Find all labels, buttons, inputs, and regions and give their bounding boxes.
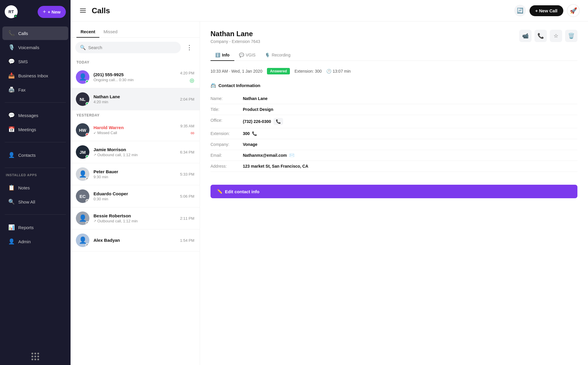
call-avatar: 👤: [76, 167, 89, 181]
rocket-button[interactable]: 🚀: [567, 4, 580, 17]
call-right: 2:11 PM: [180, 216, 194, 221]
contacts-icon: 👤: [8, 152, 15, 158]
email-icon: ✉️: [289, 153, 294, 158]
list-item[interactable]: EC Eduardo Cooper 0:30 min 5:06 PM: [71, 185, 200, 207]
sidebar-item-sms[interactable]: 💬 SMS: [2, 55, 68, 68]
sidebar-item-fax[interactable]: 🖨️ Fax: [2, 83, 68, 96]
installed-apps-label: INSTALLED APPS: [0, 171, 71, 178]
field-email: Email: Nathanmx@email.com ✉️: [211, 150, 577, 161]
contact-sub: Company - Extension 7643: [211, 39, 260, 44]
info-icon: ℹ️: [215, 53, 220, 57]
tab-recording[interactable]: 🎙️ Recording: [260, 50, 295, 61]
call-office-button[interactable]: 📞: [273, 118, 283, 125]
call-info: (201) 555-9925 Ongoing call... 0:30 min: [93, 72, 176, 82]
avatar: RT: [5, 5, 18, 18]
ongoing-indicator: ◎: [190, 77, 194, 84]
call-right: 2:04 PM: [180, 97, 194, 101]
call-name: (201) 555-9925: [93, 72, 176, 77]
phone-small-icon: 📞: [252, 131, 257, 136]
sidebar-nav-2: 💬 Messages 📅 Meetings: [0, 106, 71, 139]
call-info: Nathan Lane 4:20 min: [93, 94, 176, 104]
field-name: Name: Nathan Lane: [211, 93, 577, 104]
call-name: Eduardo Cooper: [93, 191, 176, 196]
main-content: Calls 🔄 + New Call 🚀 Recent Missed 🔍: [71, 0, 588, 365]
call-sub: ↙ Missed Call: [93, 131, 176, 135]
video-button[interactable]: 📹: [519, 30, 532, 42]
call-avatar: 👤: [76, 234, 89, 247]
inbox-icon: 📥: [8, 72, 15, 79]
field-office: Office: (732) 226-0300 📞: [211, 115, 577, 128]
menu-button[interactable]: [79, 7, 87, 14]
calls-panel: Recent Missed 🔍 ⋮ TODAY 👤: [71, 21, 200, 365]
sync-button[interactable]: 🔄: [514, 5, 526, 16]
status-badge: Answered: [267, 68, 290, 74]
app-grid-icon[interactable]: [31, 353, 39, 360]
contact-info-section: 📇 Contact Information Name: Nathan Lane …: [211, 83, 577, 172]
field-address: Address: 123 market St, San Francisco, C…: [211, 161, 577, 172]
day-label-yesterday: YESTERDAY: [71, 110, 200, 119]
list-item[interactable]: NL Nathan Lane 4:20 min 2:04 PM: [71, 88, 200, 110]
star-button[interactable]: ☆: [550, 30, 562, 42]
messages-icon: 💬: [8, 112, 15, 119]
edit-contact-button[interactable]: ✏️ Edit contact info: [211, 185, 577, 198]
sidebar-item-reports[interactable]: 📊 Reports: [2, 221, 68, 234]
status-dot: [86, 102, 89, 106]
sidebar-item-business-inbox[interactable]: 📥 Business Inbox: [2, 69, 68, 82]
call-name: Peter Bauer: [93, 169, 176, 174]
sidebar-item-calls[interactable]: 📞 Calls: [2, 26, 68, 40]
list-item[interactable]: 👤 (201) 555-9925 Ongoing call... 0:30 mi…: [71, 66, 200, 88]
call-duration: 🕐 13:07 min: [326, 69, 350, 74]
list-item[interactable]: HW Harold Warren ↙ Missed Call 9:35 AM ∞: [71, 119, 200, 141]
call-avatar: HW: [76, 123, 89, 137]
sidebar-item-contacts[interactable]: 👤 Contacts: [2, 148, 68, 162]
admin-icon: 👤: [8, 238, 15, 245]
call-right: 4:20 PM ◎: [180, 71, 194, 84]
sidebar-item-meetings[interactable]: 📅 Meetings: [2, 123, 68, 136]
search-row: 🔍 ⋮: [71, 38, 200, 57]
delete-button[interactable]: 🗑️: [565, 30, 577, 42]
new-button[interactable]: + + New: [38, 6, 66, 18]
call-name: Alex Badyan: [93, 238, 176, 243]
page-title: Calls: [92, 6, 110, 15]
tab-info[interactable]: ℹ️ Info: [211, 50, 234, 61]
call-sub: 9:30 min: [93, 175, 176, 179]
notes-icon: 📋: [8, 184, 15, 191]
voicemail-indicator: ∞: [191, 130, 194, 136]
tab-vgis[interactable]: 💬 VGIS: [234, 50, 260, 61]
tab-recent[interactable]: Recent: [76, 26, 99, 38]
call-info: Alex Badyan: [93, 238, 176, 243]
sidebar-item-admin[interactable]: 👤 Admin: [2, 235, 68, 248]
sidebar-item-messages[interactable]: 💬 Messages: [2, 109, 68, 122]
call-sub: 4:20 min: [93, 100, 176, 104]
call-name: Nathan Lane: [93, 94, 176, 99]
fax-icon: 🖨️: [8, 86, 15, 93]
sidebar: RT + + New 📞 Calls 🎙️ Voicemails 💬 SMS 📥…: [0, 0, 71, 365]
sidebar-item-notes[interactable]: 📋 Notes: [2, 181, 68, 194]
detail-panel: Nathan Lane Company - Extension 7643 📹 📞…: [200, 21, 588, 365]
call-button[interactable]: 📞: [534, 30, 547, 42]
call-info: Bessie Robertson ↗ Outbound call, 1:12 m…: [93, 213, 176, 223]
search-input[interactable]: [88, 45, 176, 50]
call-sub: ↗ Outbound call, 1:12 min: [93, 153, 176, 157]
vgis-icon: 💬: [239, 53, 244, 57]
meetings-icon: 📅: [8, 126, 15, 133]
rocket-icon: 🚀: [570, 7, 577, 14]
call-sub: 0:30 min: [93, 197, 176, 201]
sidebar-item-voicemails[interactable]: 🎙️ Voicemails: [2, 41, 68, 54]
pencil-icon: ✏️: [217, 189, 223, 194]
more-options-button[interactable]: ⋮: [184, 43, 195, 53]
call-datetime: 10:33 AM · Wed, 1 Jan 2020: [211, 69, 262, 74]
recording-icon: 🎙️: [265, 53, 270, 57]
list-item[interactable]: 👤 Alex Badyan 1:54 PM: [71, 229, 200, 251]
new-call-button[interactable]: + New Call: [529, 5, 563, 16]
sidebar-apps-nav: 📋 Notes 🔍 Show All: [0, 178, 71, 211]
clock-icon: 🕐: [326, 69, 331, 74]
tab-missed[interactable]: Missed: [99, 26, 122, 38]
sidebar-item-show-all[interactable]: 🔍 Show All: [2, 195, 68, 209]
calls-tabs: Recent Missed: [71, 21, 200, 38]
search-icon: 🔍: [80, 45, 86, 50]
list-item[interactable]: JM Jamie Morrison ↗ Outbound call, 1:12 …: [71, 141, 200, 163]
sidebar-bottom: [0, 348, 71, 365]
list-item[interactable]: 👤 Bessie Robertson ↗ Outbound call, 1:12…: [71, 207, 200, 229]
list-item[interactable]: 👤 Peter Bauer 9:30 min 5:33 PM: [71, 163, 200, 185]
